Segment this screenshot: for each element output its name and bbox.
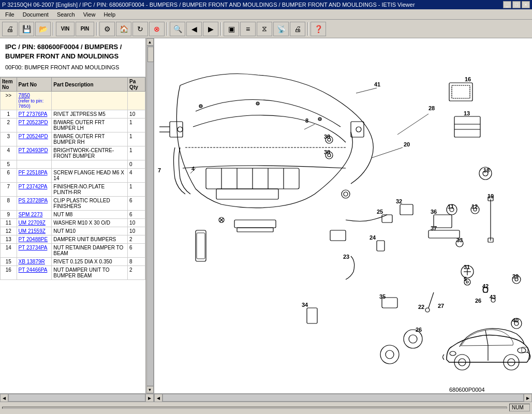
title-bar: P 32150QH 06-2007 [English] / IPC / PIN:… [0,0,532,9]
label-38: 38 [324,134,330,140]
cell-item: 14 [1,244,17,258]
title-bar-buttons: _ □ × [503,1,530,8]
cell-description: NUT DAMPER UNIT TO BUMPER BEAM [52,266,128,280]
label-40: 40 [512,317,519,323]
menu-file[interactable]: File [2,10,18,19]
parts-table-container[interactable]: Item No Part No Part Description Pa Qty … [0,77,145,393]
label-36: 36 [431,209,437,215]
minimize-button[interactable]: _ [503,1,511,8]
left-panel-hscroll[interactable]: ◀ ▶ [0,393,154,402]
cell-partno[interactable]: PT 20524PD [17,132,52,146]
table-row[interactable]: 14PT 23734PANUT RETAINER DAMPER TO BEAM6 [1,244,145,258]
cell-partno[interactable]: PT 20488PE [17,235,52,244]
home-button[interactable]: 🏠 [116,22,131,36]
forward-button[interactable]: ▶ [203,22,218,36]
close-button[interactable]: × [522,1,530,8]
vin-button[interactable]: VIN [56,22,75,36]
cell-partno[interactable] [17,160,52,169]
cell-item: 12 [1,227,17,235]
cell-qty: 1 [128,119,145,132]
cell-description: NUT RETAINER DAMPER TO BEAM [52,244,128,258]
cell-partno[interactable]: PS 23728PA [17,197,52,211]
col-header-partno: Part No [17,78,52,92]
status-panel-main [2,407,507,409]
menu-view[interactable]: View [80,10,99,19]
menu-search[interactable]: Search [54,10,78,19]
filter-button[interactable]: ⧖ [257,22,272,36]
table-row[interactable]: 12UM 21559ZNUT M1010 [1,227,145,235]
toolbar-sep-4 [220,22,221,36]
table-row[interactable]: 7PT 23742PAFINISHER-NO.PLATE PLINTH-RR1 [1,183,145,197]
panel-header: IPC / PIN: 680600F0004 / BUMPERS / BUMPE… [0,38,145,77]
cell-qty: 0 [128,160,145,169]
menu-document[interactable]: Document [20,10,52,19]
help-button[interactable]: ❓ [311,22,326,36]
right-panel-hscroll[interactable]: ◀ ▶ [154,393,532,402]
table-row[interactable]: 1PT 27376PARIVET JETPRESS M510 [1,110,145,119]
label-18: 18 [483,167,490,173]
cell-qty: 10 [128,110,145,119]
zoom-btn[interactable]: 🔍 [170,22,185,36]
cell-partno[interactable]: 7850(refer to pin: 7850) [17,92,52,110]
cell-partno[interactable]: PF 22518PA [17,169,52,183]
settings-button[interactable]: ⚙ [99,22,115,36]
cell-description: B/WARE OUTER FRT BUMPER RH [52,132,128,146]
right-scroll-left[interactable]: ◀ [154,394,162,402]
cell-qty: 4 [128,169,145,183]
cell-partno[interactable]: UM 22709Z [17,219,52,227]
toolbar-sep-5 [307,22,308,36]
cell-partno[interactable]: PT 24466PA [17,266,52,280]
table-row[interactable]: 13PT 20488PEDAMPER UNIT BUMPERS2 [1,235,145,244]
stop-button[interactable]: ⊗ [149,22,165,36]
right-scroll-right[interactable]: ▶ [524,394,532,402]
cell-description: B/WARE OUTER FRT BUMPER LH [52,119,128,132]
pin-button[interactable]: PIN [76,22,94,36]
table-row[interactable]: >>7850(refer to pin: 7850) [1,92,145,110]
list-button[interactable]: ≡ [240,22,256,36]
cell-partno[interactable]: SPM 2273 [17,211,52,219]
scroll-up-button[interactable]: ▲ [146,38,154,46]
cell-item: 11 [1,219,17,227]
print2-button[interactable]: 🖨 [290,22,305,36]
cell-description: RIVET JETPRESS M5 [52,110,128,119]
print-button[interactable]: 🖨 [2,22,18,36]
cell-partno[interactable]: PT 20493PD [17,146,52,160]
cell-description: CLIP PLASTIC ROLLED FINISHERS [52,197,128,211]
cell-partno[interactable]: PT 20523PD [17,119,52,132]
refresh-button[interactable]: ↻ [132,22,148,36]
cell-item: 13 [1,235,17,244]
table-row[interactable]: 11UM 22709ZWASHER M10 X 30 O/D10 [1,219,145,227]
label-19: 19 [487,193,494,199]
table-row[interactable]: 6PF 22518PASCREW FLANGE HEAD M6 X 144 [1,169,145,183]
scroll-right-button[interactable]: ▶ [145,394,154,402]
cell-partno[interactable]: PT 23742PA [17,183,52,197]
open-button[interactable]: 📂 [35,22,51,36]
table-row[interactable]: 16PT 24466PANUT DAMPER UNIT TO BUMPER BE… [1,266,145,280]
left-panel-vscroll[interactable]: ▲ ▼ [145,38,154,393]
table-row[interactable]: 15XB 13879RRIVET 0.125 DIA X 0.3508 [1,258,145,266]
table-row[interactable]: 50 [1,160,145,169]
scroll-left-button[interactable]: ◀ [0,394,8,402]
table-row[interactable]: 3PT 20524PDB/WARE OUTER FRT BUMPER RH1 [1,132,145,146]
menu-help[interactable]: Help [100,10,119,19]
cell-item: 8 [1,197,17,211]
maximize-button[interactable]: □ [512,1,521,8]
cell-partno[interactable]: PT 23734PA [17,244,52,258]
cell-qty: 6 [128,244,145,258]
toolbar: 🖨 💾 📂 VIN PIN ⚙ 🏠 ↻ ⊗ 🔍 ◀ ▶ ▣ ≡ ⧖ 📡 🖨 ❓ [0,20,532,38]
scroll-down-button[interactable]: ▼ [146,386,154,393]
antenna-button[interactable]: 📡 [273,22,289,36]
scroll-thumb[interactable] [147,47,154,62]
label-16: 16 [465,76,471,82]
table-row[interactable]: 4PT 20493PDBRIGHTWORK-CENTRE-FRONT BUMPE… [1,146,145,160]
table-row[interactable]: 8PS 23728PACLIP PLASTIC ROLLED FINISHERS… [1,197,145,211]
table-row[interactable]: 2PT 20523PDB/WARE OUTER FRT BUMPER LH1 [1,119,145,132]
window-button[interactable]: ▣ [224,22,239,36]
cell-partno[interactable]: XB 13879R [17,258,52,266]
cell-partno[interactable]: UM 21559Z [17,227,52,235]
col-header-qty: Pa Qty [128,78,145,92]
cell-partno[interactable]: PT 27376PA [17,110,52,119]
save-button[interactable]: 💾 [19,22,34,36]
table-row[interactable]: 9SPM 2273NUT M86 [1,211,145,219]
back-button[interactable]: ◀ [186,22,202,36]
